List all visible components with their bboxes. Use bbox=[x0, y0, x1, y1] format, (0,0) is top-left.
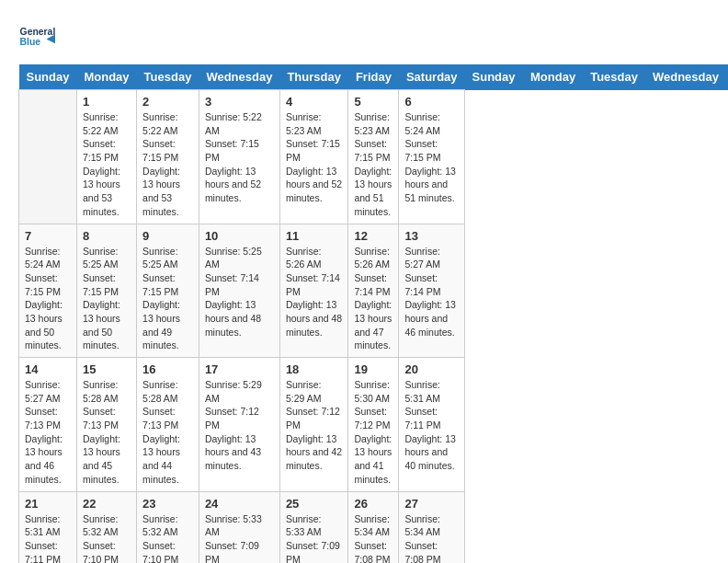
day-header-tuesday: Tuesday bbox=[137, 64, 199, 90]
week-row-1: 1Sunrise: 5:22 AMSunset: 7:15 PMDaylight… bbox=[19, 90, 729, 224]
day-cell: 27Sunrise: 5:34 AMSunset: 7:08 PMDayligh… bbox=[399, 491, 465, 563]
day-number: 17 bbox=[205, 362, 274, 376]
day-number: 27 bbox=[404, 497, 459, 511]
week-row-2: 7Sunrise: 5:24 AMSunset: 7:15 PMDaylight… bbox=[19, 224, 729, 358]
day-cell: 24Sunrise: 5:33 AMSunset: 7:09 PMDayligh… bbox=[199, 491, 279, 563]
day-header-sunday: Sunday bbox=[19, 64, 77, 90]
day-header-wednesday: Wednesday bbox=[645, 64, 726, 90]
day-header-sunday: Sunday bbox=[465, 64, 523, 90]
day-cell: 14Sunrise: 5:27 AMSunset: 7:13 PMDayligh… bbox=[19, 358, 77, 492]
day-info: Sunrise: 5:34 AMSunset: 7:08 PMDaylight:… bbox=[354, 512, 392, 564]
day-header-saturday: Saturday bbox=[399, 64, 465, 90]
day-number: 20 bbox=[404, 362, 459, 376]
day-cell: 16Sunrise: 5:28 AMSunset: 7:13 PMDayligh… bbox=[137, 358, 199, 492]
day-cell: 25Sunrise: 5:33 AMSunset: 7:09 PMDayligh… bbox=[279, 491, 348, 563]
day-header-wednesday: Wednesday bbox=[199, 64, 279, 90]
day-info: Sunrise: 5:33 AMSunset: 7:09 PMDaylight:… bbox=[205, 512, 274, 564]
day-header-tuesday: Tuesday bbox=[583, 64, 645, 90]
day-cell: 19Sunrise: 5:30 AMSunset: 7:12 PMDayligh… bbox=[348, 358, 399, 492]
day-number: 26 bbox=[354, 497, 392, 511]
day-number: 24 bbox=[205, 497, 274, 511]
day-info: Sunrise: 5:27 AMSunset: 7:14 PMDaylight:… bbox=[404, 245, 459, 339]
day-cell: 17Sunrise: 5:29 AMSunset: 7:12 PMDayligh… bbox=[199, 358, 279, 492]
day-number: 3 bbox=[205, 95, 274, 109]
day-number: 6 bbox=[404, 95, 459, 109]
day-info: Sunrise: 5:27 AMSunset: 7:13 PMDaylight:… bbox=[25, 378, 71, 487]
day-cell: 13Sunrise: 5:27 AMSunset: 7:14 PMDayligh… bbox=[399, 224, 465, 358]
day-info: Sunrise: 5:24 AMSunset: 7:15 PMDaylight:… bbox=[25, 245, 71, 353]
week-row-3: 14Sunrise: 5:27 AMSunset: 7:13 PMDayligh… bbox=[19, 358, 729, 492]
calendar-table: SundayMondayTuesdayWednesdayThursdayFrid… bbox=[18, 64, 728, 563]
day-info: Sunrise: 5:30 AMSunset: 7:12 PMDaylight:… bbox=[354, 378, 392, 487]
svg-text:General: General bbox=[20, 27, 55, 37]
day-number: 25 bbox=[286, 497, 343, 511]
day-info: Sunrise: 5:22 AMSunset: 7:15 PMDaylight:… bbox=[142, 110, 193, 219]
day-info: Sunrise: 5:31 AMSunset: 7:11 PMDaylight:… bbox=[25, 512, 71, 564]
day-info: Sunrise: 5:25 AMSunset: 7:14 PMDaylight:… bbox=[205, 245, 274, 339]
day-number: 14 bbox=[25, 362, 71, 376]
day-cell: 11Sunrise: 5:26 AMSunset: 7:14 PMDayligh… bbox=[279, 224, 348, 358]
day-number: 23 bbox=[142, 497, 193, 511]
day-cell: 7Sunrise: 5:24 AMSunset: 7:15 PMDaylight… bbox=[19, 224, 77, 358]
day-number: 2 bbox=[142, 95, 193, 109]
day-cell: 15Sunrise: 5:28 AMSunset: 7:13 PMDayligh… bbox=[76, 358, 136, 492]
day-cell: 22Sunrise: 5:32 AMSunset: 7:10 PMDayligh… bbox=[76, 491, 136, 563]
day-cell: 23Sunrise: 5:32 AMSunset: 7:10 PMDayligh… bbox=[137, 491, 199, 563]
day-number: 5 bbox=[354, 95, 392, 109]
day-header-monday: Monday bbox=[523, 64, 583, 90]
day-info: Sunrise: 5:25 AMSunset: 7:15 PMDaylight:… bbox=[83, 245, 131, 353]
day-cell bbox=[19, 90, 77, 224]
day-number: 19 bbox=[354, 362, 392, 376]
day-header-monday: Monday bbox=[76, 64, 136, 90]
logo-icon: General Blue bbox=[18, 18, 55, 55]
day-info: Sunrise: 5:32 AMSunset: 7:10 PMDaylight:… bbox=[142, 512, 193, 564]
day-info: Sunrise: 5:26 AMSunset: 7:14 PMDaylight:… bbox=[286, 245, 343, 339]
day-cell: 8Sunrise: 5:25 AMSunset: 7:15 PMDaylight… bbox=[76, 224, 136, 358]
day-info: Sunrise: 5:29 AMSunset: 7:12 PMDaylight:… bbox=[205, 378, 274, 473]
day-info: Sunrise: 5:33 AMSunset: 7:09 PMDaylight:… bbox=[286, 512, 343, 564]
day-cell: 2Sunrise: 5:22 AMSunset: 7:15 PMDaylight… bbox=[137, 90, 199, 224]
day-number: 10 bbox=[205, 229, 274, 243]
day-cell: 1Sunrise: 5:22 AMSunset: 7:15 PMDaylight… bbox=[76, 90, 136, 224]
day-number: 21 bbox=[25, 497, 71, 511]
day-info: Sunrise: 5:24 AMSunset: 7:15 PMDaylight:… bbox=[404, 110, 459, 205]
day-info: Sunrise: 5:23 AMSunset: 7:15 PMDaylight:… bbox=[354, 110, 392, 219]
day-info: Sunrise: 5:23 AMSunset: 7:15 PMDaylight:… bbox=[286, 110, 343, 205]
day-cell: 12Sunrise: 5:26 AMSunset: 7:14 PMDayligh… bbox=[348, 224, 399, 358]
day-cell: 9Sunrise: 5:25 AMSunset: 7:15 PMDaylight… bbox=[137, 224, 199, 358]
day-info: Sunrise: 5:25 AMSunset: 7:15 PMDaylight:… bbox=[142, 245, 193, 353]
day-number: 11 bbox=[286, 229, 343, 243]
header-row: SundayMondayTuesdayWednesdayThursdayFrid… bbox=[19, 64, 729, 90]
day-info: Sunrise: 5:34 AMSunset: 7:08 PMDaylight:… bbox=[404, 512, 459, 564]
day-cell: 3Sunrise: 5:22 AMSunset: 7:15 PMDaylight… bbox=[199, 90, 279, 224]
day-info: Sunrise: 5:22 AMSunset: 7:15 PMDaylight:… bbox=[205, 110, 274, 205]
day-number: 8 bbox=[83, 229, 131, 243]
day-info: Sunrise: 5:28 AMSunset: 7:13 PMDaylight:… bbox=[142, 378, 193, 487]
week-row-4: 21Sunrise: 5:31 AMSunset: 7:11 PMDayligh… bbox=[19, 491, 729, 563]
day-info: Sunrise: 5:31 AMSunset: 7:11 PMDaylight:… bbox=[404, 378, 459, 473]
day-number: 1 bbox=[83, 95, 131, 109]
day-info: Sunrise: 5:29 AMSunset: 7:12 PMDaylight:… bbox=[286, 378, 343, 473]
day-cell: 4Sunrise: 5:23 AMSunset: 7:15 PMDaylight… bbox=[279, 90, 348, 224]
day-number: 16 bbox=[142, 362, 193, 376]
day-number: 22 bbox=[83, 497, 131, 511]
logo: General Blue bbox=[18, 18, 55, 55]
day-cell: 21Sunrise: 5:31 AMSunset: 7:11 PMDayligh… bbox=[19, 491, 77, 563]
day-cell: 10Sunrise: 5:25 AMSunset: 7:14 PMDayligh… bbox=[199, 224, 279, 358]
header: General Blue bbox=[18, 18, 710, 55]
day-cell: 18Sunrise: 5:29 AMSunset: 7:12 PMDayligh… bbox=[279, 358, 348, 492]
day-info: Sunrise: 5:22 AMSunset: 7:15 PMDaylight:… bbox=[83, 110, 131, 219]
day-number: 18 bbox=[286, 362, 343, 376]
day-cell: 6Sunrise: 5:24 AMSunset: 7:15 PMDaylight… bbox=[399, 90, 465, 224]
day-number: 7 bbox=[25, 229, 71, 243]
day-info: Sunrise: 5:28 AMSunset: 7:13 PMDaylight:… bbox=[83, 378, 131, 487]
day-header-thursday: Thursday bbox=[279, 64, 348, 90]
day-info: Sunrise: 5:32 AMSunset: 7:10 PMDaylight:… bbox=[83, 512, 131, 564]
day-number: 13 bbox=[404, 229, 459, 243]
day-cell: 26Sunrise: 5:34 AMSunset: 7:08 PMDayligh… bbox=[348, 491, 399, 563]
day-cell: 5Sunrise: 5:23 AMSunset: 7:15 PMDaylight… bbox=[348, 90, 399, 224]
day-header-friday: Friday bbox=[348, 64, 399, 90]
day-number: 15 bbox=[83, 362, 131, 376]
day-cell: 20Sunrise: 5:31 AMSunset: 7:11 PMDayligh… bbox=[399, 358, 465, 492]
day-info: Sunrise: 5:26 AMSunset: 7:14 PMDaylight:… bbox=[354, 245, 392, 353]
